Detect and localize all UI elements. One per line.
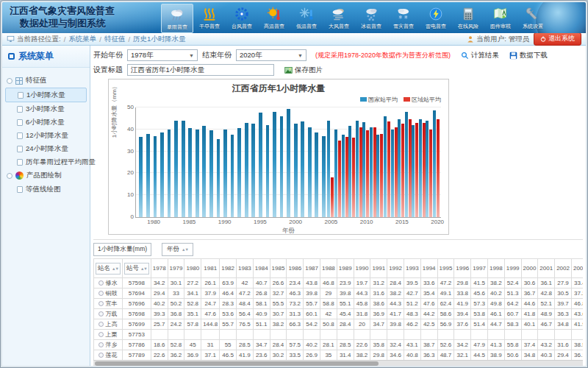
bar-national-2007[interactable] (342, 135, 345, 217)
year-column-header[interactable]: 1996 (454, 259, 471, 278)
row-expand-icon[interactable] (98, 291, 104, 296)
year-column-header[interactable]: 2001 (538, 259, 555, 278)
tree-item-等值线绘图[interactable]: 等值线绘图 (5, 183, 87, 196)
bar-national-1987[interactable] (202, 126, 206, 217)
station-name-cell[interactable]: 萍乡 (94, 340, 123, 350)
row-expand-icon[interactable] (98, 322, 104, 327)
bar-national-1981[interactable] (160, 132, 164, 217)
bar-national-1998[interactable] (280, 116, 284, 217)
year-column-header[interactable]: 1982 (220, 259, 237, 278)
station-name-cell[interactable]: 修水 (94, 278, 123, 289)
start-year-select[interactable]: 1978年 ▼ (127, 49, 198, 61)
station-id-sort[interactable]: 站号▲▼ (124, 263, 149, 275)
bar-national-2003[interactable] (315, 132, 318, 217)
nav-item-雷电普查[interactable]: 雷电普查 (420, 4, 452, 33)
bar-national-1984[interactable] (182, 121, 185, 217)
bar-national-2010[interactable] (362, 122, 365, 217)
tree-group-特征值[interactable]: 特征值 (5, 74, 87, 88)
bar-national-2013[interactable] (384, 116, 387, 217)
station-name-cell[interactable]: 宜丰 (94, 299, 123, 309)
bar-national-1995[interactable] (259, 113, 262, 217)
bar-national-1989[interactable] (217, 139, 220, 217)
horizontal-scrollbar[interactable] (93, 360, 583, 366)
bar-regional-2020[interactable] (437, 119, 440, 217)
bar-national-2005[interactable] (327, 121, 330, 217)
tree-item-3小时降水量[interactable]: 3小时降水量 (5, 102, 87, 116)
year-column-header[interactable]: 2003 (571, 259, 583, 278)
station-name-cell[interactable]: 铜鼓 (94, 289, 123, 299)
row-expand-icon[interactable] (98, 280, 104, 286)
year-column-header[interactable]: 1998 (487, 259, 504, 278)
bar-national-1979[interactable] (146, 134, 150, 217)
bar-national-2011[interactable] (370, 127, 373, 217)
bar-national-2014[interactable] (391, 130, 394, 217)
tree-item-6小时降水量[interactable]: 6小时降水量 (5, 116, 87, 129)
year-column-header[interactable]: 1991 (370, 259, 387, 278)
station-name-cell[interactable]: 上高 (94, 319, 123, 330)
bar-national-2017[interactable] (412, 125, 415, 217)
bar-national-1982[interactable] (168, 130, 171, 217)
bar-national-1999[interactable] (287, 109, 290, 218)
bar-national-1978[interactable] (139, 137, 143, 217)
bar-national-2018[interactable] (419, 119, 422, 218)
row-expand-icon[interactable] (98, 301, 104, 306)
year-column-header[interactable]: 1986 (287, 259, 304, 278)
nav-item-台风普查[interactable]: 台风普查 (226, 4, 258, 33)
bar-national-2015[interactable] (398, 119, 401, 217)
bar-national-2019[interactable] (426, 121, 429, 217)
breadcrumb-item[interactable]: 特征值 (104, 35, 126, 44)
year-column-header[interactable]: 1993 (404, 259, 420, 278)
year-column-header[interactable]: 1987 (304, 259, 320, 278)
expand-toggle-icon[interactable] (7, 173, 12, 179)
breadcrumb-item[interactable]: 系统菜单 (68, 35, 96, 44)
year-column-header[interactable]: 1983 (237, 259, 254, 278)
tree-item-24小时降水量[interactable]: 24小时降水量 (5, 142, 87, 155)
bar-national-1993[interactable] (245, 123, 248, 217)
exit-system-button[interactable]: 退出系统 (534, 32, 581, 46)
nav-item-在线风险[interactable]: 在线风险 (452, 4, 484, 33)
nav-item-雪灾普查[interactable]: 雪灾普查 (387, 4, 420, 33)
download-button[interactable]: 数据下载 (509, 51, 548, 60)
bar-national-1985[interactable] (188, 128, 192, 217)
row-expand-icon[interactable] (98, 342, 104, 347)
year-column-header[interactable]: 1989 (337, 259, 354, 278)
bar-national-2020[interactable] (433, 110, 436, 217)
bar-national-2008[interactable] (348, 126, 351, 217)
tree-item-1小时降水量[interactable]: 1小时降水量 (5, 88, 87, 102)
bar-national-1983[interactable] (174, 121, 178, 217)
bar-national-1980[interactable] (154, 136, 157, 217)
bar-national-1986[interactable] (196, 130, 199, 217)
year-column-header[interactable]: 1999 (504, 259, 521, 278)
year-sort-control[interactable]: 年份 ▲▼ (162, 243, 193, 256)
year-column-header[interactable]: 1997 (471, 259, 488, 278)
nav-item-系统设置[interactable]: 系统设置 (517, 4, 549, 33)
end-year-select[interactable]: 2020年 ▼ (236, 49, 306, 61)
bar-national-2000[interactable] (294, 124, 298, 217)
nav-item-低温普查[interactable]: 低温普查 (290, 4, 323, 33)
year-column-header[interactable]: 1981 (201, 259, 220, 278)
nav-item-图件审核[interactable]: 图件审核 (484, 4, 517, 33)
bar-national-1997[interactable] (273, 112, 276, 217)
bar-national-1991[interactable] (231, 135, 234, 217)
bar-national-2004[interactable] (322, 136, 326, 217)
tree-group-产品图绘制[interactable]: 产品图绘制 (5, 169, 87, 183)
year-column-header[interactable]: 1995 (437, 259, 454, 278)
expand-toggle-icon[interactable] (7, 78, 12, 84)
bar-national-1992[interactable] (237, 128, 241, 217)
year-column-header[interactable]: 1980 (184, 259, 201, 278)
year-column-header[interactable]: 2000 (521, 259, 538, 278)
station-name-cell[interactable]: 莲花 (94, 350, 123, 361)
year-column-header[interactable]: 1992 (387, 259, 404, 278)
bar-national-2002[interactable] (308, 127, 312, 217)
breadcrumb-item[interactable]: 历史1小时降水量 (133, 35, 186, 44)
chart-title-input[interactable] (127, 64, 274, 76)
nav-item-暴雨普查[interactable]: 暴雨普查 (161, 4, 193, 33)
tree-item-12小时降水量[interactable]: 12小时降水量 (5, 129, 87, 142)
year-column-header[interactable]: 1979 (168, 259, 184, 278)
bar-national-2009[interactable] (356, 121, 359, 217)
nav-item-高温普查[interactable]: 高温普查 (258, 4, 290, 33)
bar-national-2012[interactable] (376, 135, 379, 217)
save-image-button[interactable]: 保存图片 (284, 66, 323, 75)
row-expand-icon[interactable] (98, 332, 104, 337)
bar-national-1994[interactable] (251, 124, 255, 217)
